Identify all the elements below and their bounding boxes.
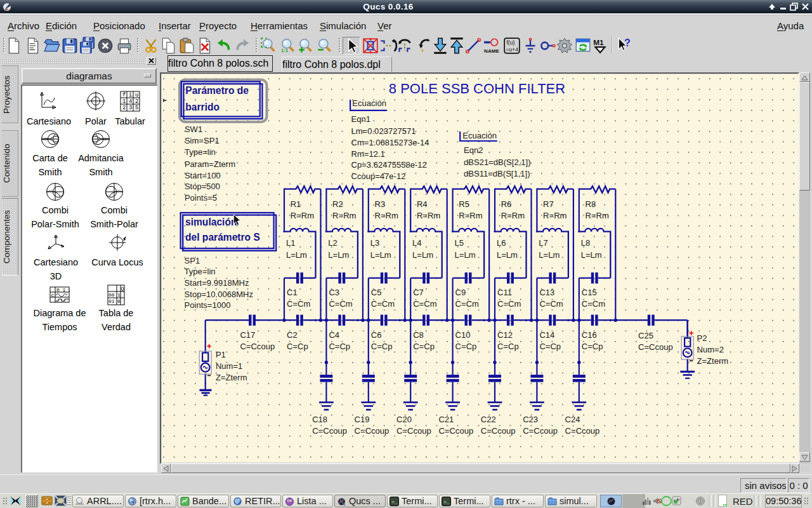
svg-text:C=Cm: C=Cm	[582, 299, 605, 309]
svg-text:f: f	[122, 92, 126, 98]
svg-text:L2: L2	[328, 238, 337, 248]
svg-text:L4: L4	[412, 238, 422, 248]
svg-text:C2: C2	[287, 330, 298, 340]
svg-text:L=Lm: L=Lm	[539, 250, 560, 260]
svg-text:C=Cm: C=Cm	[329, 299, 352, 309]
svg-text:C=Ccoup: C=Ccoup	[438, 426, 473, 436]
svg-text:L=Lm: L=Lm	[370, 250, 391, 260]
svg-text:Q: Q	[121, 286, 124, 291]
svg-text:L=Lm: L=Lm	[412, 250, 433, 260]
svg-text:C=Cp: C=Cp	[582, 342, 603, 351]
svg-text:>_: >_	[443, 499, 450, 505]
svg-text:C17: C17	[240, 330, 255, 340]
svg-text:Points=1000: Points=1000	[185, 300, 231, 310]
svg-text:R4: R4	[417, 199, 428, 209]
svg-text:C=Ccoup: C=Ccoup	[565, 426, 600, 436]
svg-text:R=Rm: R=Rm	[459, 211, 482, 220]
svg-text:00: 00	[108, 292, 115, 298]
svg-text:R=Rm: R=Rm	[501, 211, 525, 220]
svg-text:C22: C22	[481, 415, 496, 424]
svg-text:3: 3	[129, 105, 132, 111]
svg-text:C10: C10	[455, 330, 471, 340]
svg-text:del parámetro S: del parámetro S	[185, 232, 260, 243]
svg-text:f(u): f(u)	[506, 39, 514, 46]
svg-text:L5: L5	[455, 238, 464, 248]
svg-text:C=Cp: C=Cp	[329, 342, 350, 351]
svg-text:C20: C20	[396, 415, 412, 424]
svg-text:8 POLE SSB COHN FILTER: 8 POLE SSB COHN FILTER	[389, 81, 565, 97]
svg-text:C18: C18	[312, 415, 327, 424]
svg-text:C=Cm: C=Cm	[497, 299, 521, 309]
svg-text:0 1 2: 0 1 2	[56, 287, 70, 293]
svg-text:R=Rm: R=Rm	[291, 211, 314, 220]
svg-text:R6: R6	[501, 199, 512, 209]
svg-text:2: 2	[135, 98, 138, 105]
svg-text:L=Lm: L=Lm	[455, 250, 476, 260]
svg-text:Parámetro de: Parámetro de	[185, 85, 249, 96]
svg-text:R1: R1	[291, 199, 301, 209]
svg-text:C=Ccoup: C=Ccoup	[481, 426, 516, 436]
svg-text:C=Cm: C=Cm	[539, 299, 563, 309]
svg-text:C=Ccoup: C=Ccoup	[355, 426, 390, 436]
svg-text:Sim=SP1: Sim=SP1	[185, 136, 219, 145]
svg-text:C25: C25	[638, 331, 653, 340]
svg-text:5: 5	[135, 105, 138, 111]
svg-text:Points=5: Points=5	[185, 193, 217, 203]
svg-text:C1: C1	[287, 288, 298, 297]
svg-text:M1: M1	[593, 38, 604, 47]
svg-text:C4: C4	[329, 330, 339, 340]
svg-text:4: 4	[129, 98, 132, 105]
svg-text:01: 01	[108, 298, 115, 304]
svg-text:C12: C12	[497, 330, 513, 340]
svg-text:SW1: SW1	[185, 124, 202, 134]
svg-text:C=Cm: C=Cm	[287, 299, 310, 309]
svg-text:Ecuación: Ecuación	[462, 131, 497, 140]
svg-text:P1: P1	[216, 350, 226, 359]
svg-text:C=Cm: C=Cm	[413, 299, 436, 309]
svg-text:C=Ccoup: C=Ccoup	[240, 342, 275, 351]
svg-text:C13: C13	[539, 288, 554, 297]
svg-text:?: ?	[624, 37, 631, 48]
svg-text:Z=Zterm: Z=Zterm	[697, 356, 729, 366]
svg-text:1: 1	[117, 292, 121, 298]
svg-text:C3: C3	[329, 288, 339, 297]
svg-text:1:1: 1:1	[281, 48, 288, 53]
svg-text:C14: C14	[539, 330, 554, 340]
svg-text:C=Cp: C=Cp	[371, 342, 393, 351]
svg-text:C=Cp: C=Cp	[497, 342, 519, 351]
svg-text:Ecuación: Ecuación	[352, 98, 386, 108]
svg-text:L6: L6	[497, 238, 506, 248]
svg-text:R=Rm: R=Rm	[586, 211, 609, 220]
svg-text:C6: C6	[371, 330, 382, 340]
svg-text:Start=100: Start=100	[185, 171, 221, 180]
svg-text:C=Cp: C=Cp	[455, 342, 477, 351]
svg-text:R=Rm: R=Rm	[332, 211, 356, 220]
svg-text:L3: L3	[370, 238, 380, 248]
svg-text:Ccoup=47e-12: Ccoup=47e-12	[351, 171, 406, 181]
svg-text:R2: R2	[332, 199, 343, 209]
svg-text:C19: C19	[355, 415, 370, 424]
svg-text:R3: R3	[375, 199, 386, 209]
svg-text:R5: R5	[459, 199, 469, 209]
svg-text:R=Rm: R=Rm	[375, 211, 398, 220]
svg-text:Start=9.9918MHz: Start=9.9918MHz	[185, 278, 249, 288]
svg-text:dBS11=dB(S[1,1]): dBS11=dB(S[1,1])	[464, 169, 530, 178]
svg-text:C=Ccoup: C=Ccoup	[638, 342, 673, 352]
svg-text:C=Cp: C=Cp	[539, 342, 561, 351]
svg-text:simulación: simulación	[185, 217, 237, 227]
svg-text:u: u	[135, 92, 138, 98]
svg-text:SP1: SP1	[185, 256, 200, 265]
svg-text:Cm=1.06815273e-14: Cm=1.06815273e-14	[351, 138, 429, 147]
svg-text:C=Cp: C=Cp	[413, 342, 435, 351]
svg-text:=u+4: =u+4	[506, 46, 518, 53]
svg-text:C=Cp: C=Cp	[287, 342, 308, 351]
svg-text:>_: >_	[391, 499, 398, 505]
svg-text:Rm=12.1: Rm=12.1	[351, 149, 385, 159]
svg-text:C11: C11	[497, 288, 512, 297]
svg-text:L1: L1	[286, 238, 296, 248]
svg-text:Lm=0.023727571: Lm=0.023727571	[351, 126, 416, 136]
svg-text:2: 2	[122, 105, 126, 111]
svg-text:P2: P2	[697, 333, 707, 343]
svg-text:L8: L8	[581, 238, 591, 248]
svg-text:R=Rm: R=Rm	[417, 211, 440, 220]
